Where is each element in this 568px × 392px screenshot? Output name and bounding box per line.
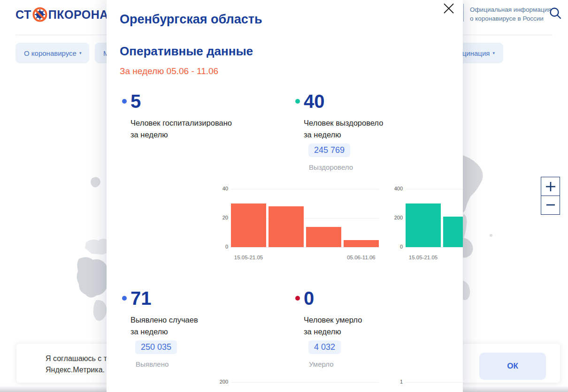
stat-label: Человек выздоровело за неделю [304, 117, 383, 140]
y-tick-label: 200 [220, 379, 228, 384]
gridline [231, 189, 379, 189]
bar [269, 206, 304, 247]
stat-label-line2: за неделю [304, 326, 362, 338]
chart-deaths-partial: 1 [391, 379, 463, 392]
stat-label-line2: за неделю [130, 129, 232, 141]
x-tick-label: 05.06-11.06 [347, 250, 376, 260]
gridline [406, 382, 463, 383]
stat-label-line2: за неделю [130, 326, 198, 338]
y-tick-label: 20 [223, 215, 228, 220]
stat-label-line1: Выявлено случаев [130, 314, 198, 326]
header-divider [463, 4, 464, 22]
chevron-down-icon: ▾ [492, 51, 495, 55]
minus-icon [545, 199, 556, 211]
search-button[interactable] [548, 7, 562, 21]
plus-icon [545, 181, 556, 192]
stat-label-line2: за неделю [304, 129, 383, 141]
stat-label: Выявлено случаев за неделю [130, 314, 198, 337]
stat-value: 5 [130, 92, 141, 111]
plot-area [406, 382, 463, 392]
badge-caption: Умерло [309, 360, 334, 368]
bar [231, 204, 266, 247]
stat-value: 0 [304, 289, 314, 308]
chevron-down-icon: ▾ [79, 51, 82, 55]
period-label: За неделю 05.06 - 11.06 [120, 66, 218, 76]
stat-dot [122, 296, 127, 301]
cookie-ok-button[interactable]: ОК [479, 353, 546, 380]
y-axis: 40200 [216, 189, 228, 247]
badge-caption: Выздоровело [309, 163, 353, 171]
x-tick-label: 15.05-21.05 [409, 250, 438, 260]
y-tick-label: 400 [394, 186, 403, 191]
stat-dot [122, 99, 127, 104]
bar [344, 240, 379, 248]
stat-label-line1: Человек умерло [304, 314, 362, 326]
gridline [406, 189, 463, 189]
nav-item-label: О коронавирусе [24, 49, 77, 57]
y-tick-label: 0 [400, 244, 403, 249]
y-axis: 4002000 [391, 189, 403, 247]
stat-label: Человек госпитализировано за неделю [130, 117, 232, 140]
plot-area [231, 382, 379, 392]
official-info: Официальная информация о коронавирусе в … [470, 5, 551, 23]
logo-text-prefix: СТ [15, 8, 31, 22]
region-stats-modal: Оренбургская область Оперативные данные … [107, 0, 463, 392]
stat-label-line1: Человек госпитализировано [130, 117, 232, 129]
total-badge: 245 769 [308, 143, 350, 157]
stat-value: 71 [130, 289, 152, 308]
stat-dot [295, 296, 300, 301]
map-zoom-controls [541, 177, 560, 215]
gridline [406, 247, 463, 248]
plot-area: 15.05-21.0505.06-11.06 [231, 189, 379, 247]
y-tick-label: 40 [223, 186, 228, 191]
stat-dot [295, 99, 300, 104]
close-icon [443, 2, 455, 15]
gridline [231, 382, 379, 383]
chart-recovered: 4002000 15.05-21.0505.06-11.06 [391, 186, 463, 265]
badge-caption: Выявлено [136, 360, 169, 368]
y-tick-label: 0 [225, 244, 228, 249]
x-tick-label: 15.05-21.05 [234, 250, 263, 260]
plot-area: 15.05-21.0505.06-11.06 [406, 189, 463, 247]
zoom-in-button[interactable] [541, 177, 560, 196]
stat-value: 40 [304, 92, 325, 111]
gridline [231, 247, 379, 248]
chart-hospitalized: 40200 15.05-21.0505.06-11.06 [216, 186, 380, 265]
stat-label: Человек умерло за неделю [304, 314, 362, 337]
official-info-line2: о коронавирусе в России [470, 14, 551, 23]
bar [306, 227, 341, 247]
y-tick-label: 200 [394, 215, 403, 220]
bar [443, 217, 463, 247]
virus-icon [32, 7, 48, 23]
search-icon [549, 7, 562, 20]
y-axis: 1 [391, 382, 403, 392]
bar [406, 204, 441, 247]
zoom-out-button[interactable] [541, 196, 560, 215]
chart-confirmed-partial: 200 [216, 379, 380, 392]
total-badge: 4 032 [308, 340, 341, 354]
nav-item-label: цинация [462, 49, 490, 57]
y-tick-label: 1 [400, 379, 403, 384]
region-title: Оренбургская область [120, 12, 262, 27]
y-axis: 200 [216, 382, 228, 392]
official-info-line1: Официальная информация [470, 5, 551, 14]
stat-label-line1: Человек выздоровело [304, 117, 383, 129]
total-badge: 250 035 [135, 340, 177, 354]
modal-close-button[interactable] [442, 2, 456, 16]
nav-item-about-coronavirus[interactable]: О коронавирусе ▾ [15, 43, 89, 63]
modal-subtitle: Оперативные данные [120, 44, 253, 59]
